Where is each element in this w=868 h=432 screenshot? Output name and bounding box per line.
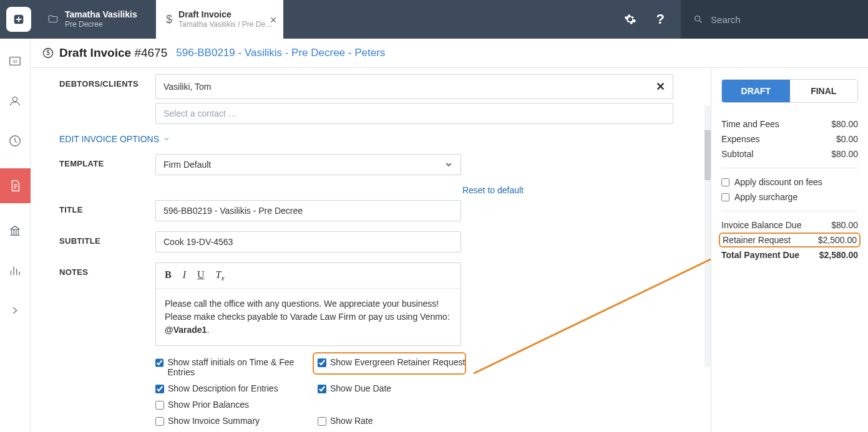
tab-invoice-title: Draft Invoice: [178, 9, 273, 20]
cb-desc-entries-input[interactable]: [155, 385, 164, 393]
chevron-down-icon: [163, 135, 170, 143]
draft-button[interactable]: DRAFT: [722, 80, 790, 102]
svg-point-4: [12, 97, 17, 102]
page-title: $ Draft Invoice #4675: [42, 46, 167, 60]
svg-text:M: M: [13, 59, 17, 64]
row-expenses: Expenses$0.00: [721, 132, 858, 146]
form-scrollbar[interactable]: [705, 105, 711, 367]
tab-client-sub: Pre Decree: [65, 20, 137, 29]
row-subtotal: Subtotal$80.00: [721, 146, 858, 161]
tab-invoice-sub: Tamatha Vasilikis / Pre De…: [178, 20, 273, 29]
status-toggle: DRAFT FINAL: [721, 79, 858, 103]
invoice-form: DEBTORS/CLIENTS Vasiliki, Tom ✕ Select a…: [31, 68, 711, 432]
bold-button[interactable]: B: [165, 269, 172, 282]
rail-billing[interactable]: [0, 168, 31, 203]
gear-icon[interactable]: [620, 13, 640, 26]
help-icon[interactable]: ?: [653, 11, 668, 27]
cb-show-rate[interactable]: Show Rate: [318, 416, 480, 426]
debtor-contact-name: Vasiliki, Tom: [163, 82, 212, 92]
template-select[interactable]: Firm Default: [155, 154, 461, 175]
dollar-circle-icon: $: [42, 47, 54, 59]
new-item-button[interactable]: [6, 7, 31, 32]
notes-editor: B I U Tx Please call the office with any…: [155, 262, 461, 346]
chevron-down-icon: [444, 160, 453, 169]
cb-show-rate-input[interactable]: [318, 417, 326, 426]
cb-desc-entries[interactable]: Show Description for Entries: [155, 383, 318, 393]
reset-default-link[interactable]: Reset to default: [462, 185, 524, 195]
tab-invoice[interactable]: $ Draft Invoice Tamatha Vasilikis / Pre …: [156, 0, 283, 39]
cb-invoice-summary-input[interactable]: [155, 417, 164, 426]
global-search[interactable]: [681, 0, 868, 39]
contact-picker[interactable]: Select a contact …: [155, 103, 673, 124]
scrollbar-thumb[interactable]: [705, 130, 711, 180]
remove-contact-icon[interactable]: ✕: [656, 80, 665, 94]
search-input[interactable]: [711, 14, 856, 25]
left-rail: M: [0, 39, 31, 432]
cb-prior-balances-input[interactable]: [155, 401, 164, 410]
svg-text:$: $: [46, 49, 50, 56]
title-input[interactable]: 596-BB0219 - Vasilikis - Pre Decree: [155, 200, 461, 221]
page-header: $ Draft Invoice #4675 596-BB0219 - Vasil…: [31, 39, 868, 68]
cb-discount[interactable]: Apply discount on fees: [721, 175, 858, 190]
cb-due-date-input[interactable]: [318, 385, 326, 393]
cb-surcharge-input[interactable]: [721, 193, 729, 201]
dollar-icon: $: [166, 13, 172, 26]
invoice-summary-panel: DRAFT FINAL Time and Fees$80.00 Expenses…: [711, 68, 868, 432]
notes-line1: Please call the office with any question…: [165, 297, 452, 310]
notes-content[interactable]: Please call the office with any question…: [156, 289, 461, 345]
cb-prior-balances[interactable]: Show Prior Balances: [155, 400, 318, 410]
label-template: TEMPLATE: [59, 154, 155, 168]
rail-reports[interactable]: [0, 258, 31, 283]
cb-surcharge[interactable]: Apply surcharge: [721, 190, 858, 204]
notes-line2: Please make checks payable to Varade Law…: [165, 310, 452, 337]
cb-discount-input[interactable]: [721, 178, 729, 186]
edit-invoice-options-link[interactable]: EDIT INVOICE OPTIONS: [59, 134, 159, 144]
cb-invoice-summary[interactable]: Show Invoice Summary: [155, 416, 318, 426]
tab-client-title: Tamatha Vasilikis: [65, 9, 137, 20]
label-notes: NOTES: [59, 262, 155, 277]
label-debtors: DEBTORS/CLIENTS: [59, 74, 155, 89]
evergreen-highlight: [313, 352, 466, 375]
template-value: Firm Default: [163, 160, 211, 170]
rail-contacts[interactable]: [0, 89, 31, 113]
tab-client[interactable]: Tamatha Vasilikis Pre Decree: [37, 0, 156, 39]
label-subtitle: SUBTITLE: [59, 231, 155, 246]
cb-due-date[interactable]: Show Due Date: [318, 383, 480, 393]
topbar-right: ?: [620, 0, 868, 39]
label-title: TITLE: [59, 200, 155, 214]
row-balance-due: Invoice Balance Due$80.00: [721, 218, 858, 233]
search-icon: [693, 14, 703, 25]
folder-icon: [47, 14, 59, 25]
cb-staff-initials[interactable]: Show staff initials on Time & Fee Entrie…: [155, 357, 318, 377]
debtor-contact[interactable]: Vasiliki, Tom ✕: [155, 74, 673, 99]
topbar: Tamatha Vasilikis Pre Decree $ Draft Inv…: [0, 0, 868, 39]
subtitle-input[interactable]: Cook 19-DV-4563: [155, 231, 461, 252]
cb-staff-initials-input[interactable]: [155, 358, 163, 367]
italic-button[interactable]: I: [183, 269, 186, 282]
underline-button[interactable]: U: [197, 269, 205, 282]
row-retainer-request: Retainer Request$2,500.00: [719, 233, 861, 247]
clear-format-button[interactable]: Tx: [216, 269, 225, 282]
rail-time[interactable]: [0, 128, 31, 153]
svg-point-1: [695, 16, 700, 21]
rail-trust[interactable]: [0, 218, 31, 243]
close-icon[interactable]: ×: [270, 14, 277, 27]
notes-toolbar: B I U Tx: [156, 263, 461, 289]
row-time-fees: Time and Fees$80.00: [721, 117, 858, 132]
matter-link[interactable]: 596-BB0219 - Vasilikis - Pre Decree - Pe…: [176, 47, 385, 59]
topbar-left: [0, 0, 37, 39]
rail-inbox[interactable]: M: [0, 49, 31, 74]
final-button[interactable]: FINAL: [790, 80, 858, 102]
rail-expand[interactable]: [0, 298, 31, 323]
checkbox-grid: Show staff initials on Time & Fee Entrie…: [155, 357, 630, 426]
row-total-due: Total Payment Due$2,580.00: [721, 247, 858, 262]
plus-icon: [12, 12, 26, 26]
